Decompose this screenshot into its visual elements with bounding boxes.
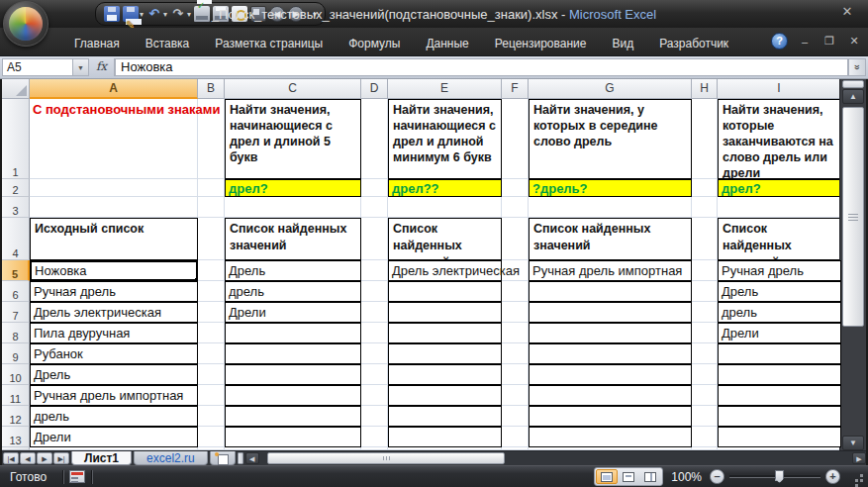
cell-D5[interactable] <box>361 260 388 281</box>
ribbon-tab-6[interactable]: Рецензирование <box>482 34 600 53</box>
cell-A13[interactable]: Дрели <box>30 427 198 447</box>
ribbon-tab-1[interactable]: Главная <box>61 34 133 53</box>
cell-E4[interactable]: Список найденных значений <box>388 218 502 260</box>
screen-button[interactable] <box>250 6 266 22</box>
help-icon[interactable]: ? <box>771 33 788 49</box>
normal-view-button[interactable] <box>596 469 618 484</box>
cell-E3[interactable] <box>388 197 502 218</box>
cell-B9[interactable] <box>198 343 225 364</box>
cell-H13[interactable] <box>692 427 718 447</box>
ribbon-tab-4[interactable]: Формулы <box>336 34 413 53</box>
dropdown-arrow-icon[interactable]: ▾ <box>187 10 191 19</box>
cell-D7[interactable] <box>361 302 388 323</box>
vertical-split-handle[interactable] <box>842 80 864 88</box>
print-button[interactable] <box>213 6 229 22</box>
select-all-corner[interactable] <box>2 79 30 99</box>
cell-A7[interactable]: Дрель электрическая <box>30 302 198 323</box>
cell-F10[interactable] <box>502 364 529 385</box>
cell-I11[interactable] <box>718 385 841 406</box>
cell-B13[interactable] <box>198 427 225 447</box>
cell-A1[interactable]: С подстановочными знаками <box>30 99 198 179</box>
cell-F9[interactable] <box>502 343 529 364</box>
cell-G5[interactable]: Ручная дрель импортная <box>529 260 692 281</box>
workbook-restore-button[interactable]: ❐ <box>821 35 837 48</box>
cell-B4[interactable] <box>198 218 225 260</box>
cell-H4[interactable] <box>692 218 718 260</box>
cell-D4[interactable] <box>361 218 388 260</box>
scroll-right-icon[interactable]: ▶ <box>852 452 866 464</box>
vertical-scrollbar[interactable]: ▲ ▼ <box>839 79 866 450</box>
row-header-12[interactable]: 12 <box>2 406 30 427</box>
redo-button[interactable]: ↷▾ <box>170 6 191 22</box>
cell-C7[interactable]: Дрели <box>225 302 361 323</box>
ribbon-tab-8[interactable]: Разработчик <box>646 34 741 53</box>
print-preview-button[interactable] <box>232 6 247 22</box>
cell-C4[interactable]: Список найденных значений <box>225 218 361 260</box>
cell-C6[interactable]: дрель <box>225 281 361 302</box>
cell-E11[interactable] <box>388 385 502 406</box>
cell-A8[interactable]: Пила двуручная <box>30 323 198 343</box>
cell-B2[interactable] <box>198 179 225 197</box>
formula-bar-expand-icon[interactable]: « <box>848 58 866 76</box>
zoom-in-icon[interactable]: + <box>825 469 840 484</box>
cell-E6[interactable] <box>388 281 502 302</box>
horizontal-scroll-track[interactable] <box>259 452 852 464</box>
row-header-4[interactable]: 4 <box>2 218 30 260</box>
ribbon-tab-3[interactable]: Разметка страницы <box>202 34 336 53</box>
cell-I9[interactable] <box>718 343 841 364</box>
cell-I12[interactable] <box>718 406 841 427</box>
cell-H10[interactable] <box>692 364 718 385</box>
cell-C1[interactable]: Найти значения, начинающиеся с дрел и дл… <box>225 99 361 179</box>
cell-B3[interactable] <box>198 197 225 218</box>
cell-C3[interactable] <box>225 197 361 218</box>
horizontal-scroll-thumb[interactable] <box>267 452 505 464</box>
cell-D8[interactable] <box>361 323 388 343</box>
dropdown-arrow-icon[interactable]: ▾ <box>140 10 144 19</box>
cell-H5[interactable] <box>692 260 718 281</box>
cell-G13[interactable] <box>529 427 692 447</box>
cell-G4[interactable]: Список найденных значений <box>529 218 692 260</box>
cell-E8[interactable] <box>388 323 502 343</box>
cell-I8[interactable]: Дрели <box>718 323 841 343</box>
cell-G10[interactable] <box>529 364 692 385</box>
name-box-dropdown-icon[interactable]: ▼ <box>73 58 89 76</box>
cell-B5[interactable] <box>198 260 225 281</box>
page-break-view-button[interactable] <box>639 469 661 484</box>
cell-A5[interactable]: Ножовка <box>30 260 198 281</box>
sheet-tab-Лист1[interactable]: Лист1 <box>71 451 132 465</box>
cell-A9[interactable]: Рубанок <box>30 343 198 364</box>
cell-I2[interactable]: дрел? <box>718 179 841 197</box>
macro-record-icon[interactable] <box>69 470 85 483</box>
cell-A2[interactable] <box>30 179 198 197</box>
cell-D2[interactable] <box>361 179 388 197</box>
cell-I3[interactable] <box>718 197 841 218</box>
cell-G8[interactable] <box>529 323 692 343</box>
cell-F3[interactable] <box>502 197 529 218</box>
column-header-B[interactable]: B <box>198 79 225 99</box>
resize-grip[interactable] <box>852 471 864 483</box>
cell-B11[interactable] <box>198 385 225 406</box>
fill-handle[interactable] <box>194 277 198 281</box>
tab-split-handle[interactable] <box>238 452 243 464</box>
column-header-D[interactable]: D <box>361 79 388 99</box>
scroll-down-icon[interactable]: ▼ <box>842 436 864 450</box>
cell-D3[interactable] <box>361 197 388 218</box>
cell-I5[interactable]: Ручная дрель <box>718 260 841 281</box>
column-header-I[interactable]: I <box>718 79 841 99</box>
scroll-up-icon[interactable]: ▲ <box>842 89 864 104</box>
cell-G2[interactable]: ?дрель? <box>529 179 692 197</box>
column-header-F[interactable]: F <box>502 79 529 99</box>
cell-B8[interactable] <box>198 323 225 343</box>
zoom-slider-track[interactable] <box>729 475 820 478</box>
cell-F1[interactable] <box>502 99 529 179</box>
cell-G3[interactable] <box>529 197 692 218</box>
cell-I6[interactable]: Дрель <box>718 281 841 302</box>
cell-A10[interactable]: Дрель <box>30 364 198 385</box>
cell-A6[interactable]: Ручная дрель <box>30 281 198 302</box>
cell-E1[interactable]: Найти значения, начинающиеся с дрел и дл… <box>388 99 502 179</box>
cell-F7[interactable] <box>502 302 529 323</box>
forward-button[interactable]: ▶ <box>288 6 304 22</box>
cell-F11[interactable] <box>502 385 529 406</box>
quick-print-button[interactable] <box>194 6 210 22</box>
cell-D6[interactable] <box>361 281 388 302</box>
